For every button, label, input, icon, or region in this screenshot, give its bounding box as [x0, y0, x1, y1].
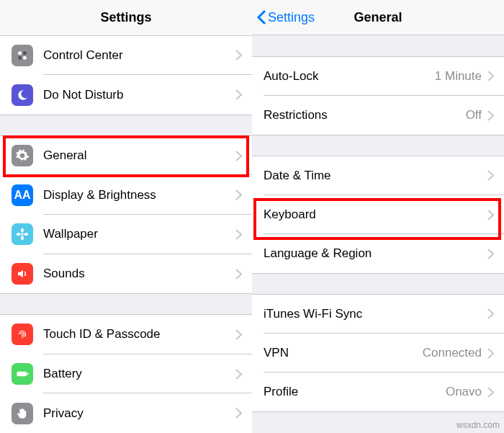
gear-icon [12, 145, 33, 166]
row-value: Onavo [446, 385, 482, 399]
row-label: Sounds [43, 267, 235, 281]
settings-pane: Settings Control Center Do Not Disturb G… [0, 0, 252, 433]
flower-icon [12, 223, 33, 245]
chevron-right-icon [235, 269, 242, 280]
chevron-right-icon [487, 71, 494, 81]
group-gap [252, 273, 504, 295]
row-sounds[interactable]: Sounds [0, 254, 252, 294]
row-label: General [43, 148, 235, 163]
row-value: Connected [423, 346, 482, 360]
svg-rect-10 [27, 372, 29, 375]
row-label: Control Center [43, 48, 235, 63]
row-label: Touch ID & Passcode [43, 327, 235, 342]
chevron-right-icon [487, 308, 494, 319]
settings-title: Settings [100, 10, 151, 25]
row-auto-lock[interactable]: Auto-Lock 1 Minute [252, 57, 504, 96]
chevron-right-icon [235, 151, 242, 161]
chevron-right-icon [487, 110, 494, 121]
row-privacy[interactable]: Privacy [0, 393, 252, 433]
hand-icon [12, 403, 33, 424]
row-do-not-disturb[interactable]: Do Not Disturb [0, 75, 252, 115]
row-label: Display & Brightness [43, 188, 235, 202]
back-label: Settings [268, 10, 315, 25]
chevron-right-icon [487, 210, 494, 220]
settings-header: Settings [0, 0, 252, 36]
group-gap [0, 115, 252, 136]
row-label: Do Not Disturb [43, 88, 235, 102]
svg-point-5 [21, 228, 24, 233]
general-pane: Settings General Auto-Lock 1 Minute Rest… [252, 0, 504, 433]
row-label: Privacy [43, 406, 235, 421]
back-button[interactable]: Settings [256, 0, 315, 35]
row-label: Battery [43, 367, 235, 381]
row-value: 1 Minute [435, 69, 482, 84]
control-center-icon [12, 45, 33, 66]
chevron-right-icon [235, 229, 242, 240]
svg-point-7 [17, 233, 21, 236]
battery-icon [12, 363, 33, 385]
svg-point-0 [18, 51, 22, 55]
row-label: VPN [264, 346, 423, 360]
chevron-right-icon [487, 170, 494, 181]
svg-point-2 [18, 56, 22, 60]
row-label: Keyboard [264, 207, 487, 222]
group-gap [252, 35, 504, 57]
speaker-icon [12, 263, 33, 285]
chevron-right-icon [235, 89, 242, 100]
row-value: Off [466, 108, 482, 122]
svg-rect-9 [17, 372, 27, 377]
general-header: Settings General [252, 0, 504, 35]
row-label: Profile [264, 385, 446, 399]
svg-point-8 [24, 233, 28, 236]
row-label: Date & Time [264, 169, 487, 183]
row-label: Wallpaper [43, 227, 235, 241]
row-itunes-sync[interactable]: iTunes Wi-Fi Sync [252, 295, 504, 334]
row-vpn[interactable]: VPN Connected [252, 334, 504, 372]
chevron-right-icon [487, 348, 494, 359]
general-title: General [354, 10, 402, 25]
row-restrictions[interactable]: Restrictions Off [252, 96, 504, 135]
chevron-right-icon [235, 189, 242, 200]
chevron-right-icon [235, 329, 242, 340]
moon-icon [12, 84, 33, 106]
row-label: iTunes Wi-Fi Sync [264, 307, 487, 321]
row-label: Language & Region [264, 246, 487, 261]
row-touch-id[interactable]: Touch ID & Passcode [0, 315, 252, 354]
text-size-icon: AA [12, 184, 33, 206]
row-keyboard[interactable]: Keyboard [252, 195, 504, 234]
chevron-right-icon [487, 387, 494, 398]
row-wallpaper[interactable]: Wallpaper [0, 215, 252, 254]
fingerprint-icon [12, 323, 33, 345]
row-label: Restrictions [264, 108, 466, 122]
svg-point-6 [21, 236, 24, 241]
watermark: wsxdn.com [456, 420, 500, 430]
group-gap [252, 135, 504, 156]
row-battery[interactable]: Battery [0, 354, 252, 394]
chevron-right-icon [235, 408, 242, 419]
row-language-region[interactable]: Language & Region [252, 234, 504, 273]
svg-point-4 [22, 233, 24, 236]
row-profile[interactable]: Profile Onavo [252, 372, 504, 411]
svg-point-3 [23, 56, 27, 60]
chevron-left-icon [256, 9, 266, 25]
svg-point-1 [23, 51, 27, 55]
chevron-right-icon [235, 369, 242, 380]
chevron-right-icon [487, 249, 494, 259]
row-control-center[interactable]: Control Center [0, 36, 252, 76]
row-date-time[interactable]: Date & Time [252, 156, 504, 195]
row-display-brightness[interactable]: AA Display & Brightness [0, 175, 252, 215]
row-label: Auto-Lock [264, 69, 435, 84]
group-gap [0, 293, 252, 315]
row-general[interactable]: General [0, 136, 252, 176]
chevron-right-icon [235, 50, 242, 61]
